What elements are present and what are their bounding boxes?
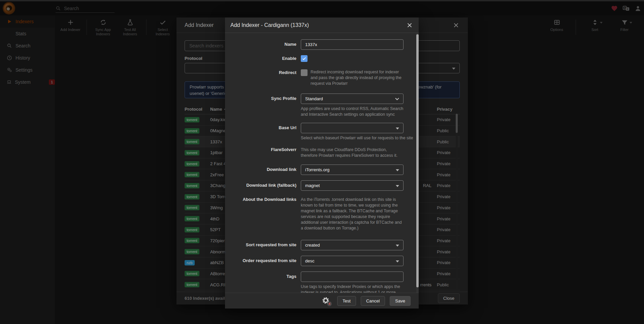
field-label: Sort requested from site <box>225 240 301 250</box>
field-label: Tags <box>225 272 301 293</box>
enable-checkbox[interactable] <box>301 55 308 62</box>
form-row-name: Name <box>225 39 419 50</box>
field-label: Sync Profile <box>225 94 301 117</box>
form-row-order-requested: Order requested from site desc <box>225 256 419 266</box>
field-help: Redirect incoming download request for i… <box>311 69 402 86</box>
modal-title: Add Indexer - Cardigann (1337x) <box>230 22 309 28</box>
redirect-checkbox[interactable] <box>301 69 308 76</box>
name-input[interactable] <box>301 39 404 50</box>
edit-indexer-modal-footer: x Test Cancel Save <box>225 293 419 309</box>
field-label: Download link <box>225 165 301 175</box>
cancel-button[interactable]: Cancel <box>361 296 385 306</box>
test-button[interactable]: Test <box>337 296 356 306</box>
field-label: Order requested from site <box>225 256 301 266</box>
field-label: Enable <box>225 55 301 62</box>
edit-indexer-form: Name Enable Redirect Redirect incoming d… <box>225 33 419 293</box>
modal-scrollbar[interactable] <box>416 33 419 293</box>
field-help: App profiles are used to control RSS, Au… <box>301 106 404 117</box>
field-info-text: This site may use Cloudflare DDoS Protec… <box>301 146 404 158</box>
edit-indexer-modal: Add Indexer - Cardigann (1337x) Name Ena… <box>225 17 419 309</box>
field-label: Base Url <box>225 123 301 141</box>
checkmark-icon <box>302 56 307 61</box>
field-help: Select which baseurl Prowlarr will use f… <box>301 135 404 141</box>
order-requested-select[interactable]: desc <box>301 256 404 266</box>
save-button[interactable]: Save <box>390 296 411 306</box>
field-label: FlareSolverr <box>225 146 301 158</box>
sort-requested-select[interactable]: created <box>301 240 404 250</box>
caret-down-icon <box>396 169 399 171</box>
x-icon: x <box>328 302 330 305</box>
form-row-tags: Tags Use tags to specify Indexer Proxies… <box>225 272 419 293</box>
form-row-enable: Enable <box>225 55 419 62</box>
field-info-text: As the iTorrents .torrent download link … <box>301 196 404 231</box>
field-label: Download link (fallback) <box>225 180 301 191</box>
field-help: Use tags to specify Indexer Proxies or w… <box>301 284 404 293</box>
close-icon[interactable] <box>406 22 413 29</box>
modal-overlay-front: Add Indexer - Cardigann (1337x) Name Ena… <box>0 0 644 324</box>
field-label: About the Download links <box>225 196 301 231</box>
sync-profile-select[interactable]: Standard <box>301 94 404 104</box>
form-row-sort-requested: Sort requested from site created <box>225 240 419 250</box>
field-label: Redirect <box>225 69 301 86</box>
caret-down-icon <box>396 245 399 247</box>
form-row-base-url: Base Url Select which baseurl Prowlarr w… <box>225 123 419 141</box>
advanced-settings-toggle[interactable]: x <box>322 296 330 305</box>
tags-input[interactable] <box>301 272 404 282</box>
form-row-sync-profile: Sync Profile Standard App profiles are u… <box>225 94 419 117</box>
form-row-redirect: Redirect Redirect incoming download requ… <box>225 69 419 86</box>
chevron-down-icon <box>394 96 400 102</box>
modal-scrollbar-thumb[interactable] <box>416 34 419 287</box>
form-row-about-download-links: About the Download links As the iTorrent… <box>225 196 419 231</box>
caret-down-icon <box>396 185 399 187</box>
field-label: Name <box>225 39 301 50</box>
form-row-flaresolverr: FlareSolverr This site may use Cloudflar… <box>225 146 419 158</box>
caret-down-icon <box>396 128 399 130</box>
form-row-download-link: Download link iTorrents.org <box>225 165 419 175</box>
download-link-fallback-select[interactable]: magnet <box>301 180 404 191</box>
form-row-download-link-fallback: Download link (fallback) magnet <box>225 180 419 191</box>
edit-indexer-modal-header: Add Indexer - Cardigann (1337x) <box>225 17 419 33</box>
advanced-off-badge: x <box>327 301 332 306</box>
caret-down-icon <box>396 260 399 262</box>
base-url-select[interactable] <box>301 123 404 133</box>
download-link-select[interactable]: iTorrents.org <box>301 165 404 175</box>
